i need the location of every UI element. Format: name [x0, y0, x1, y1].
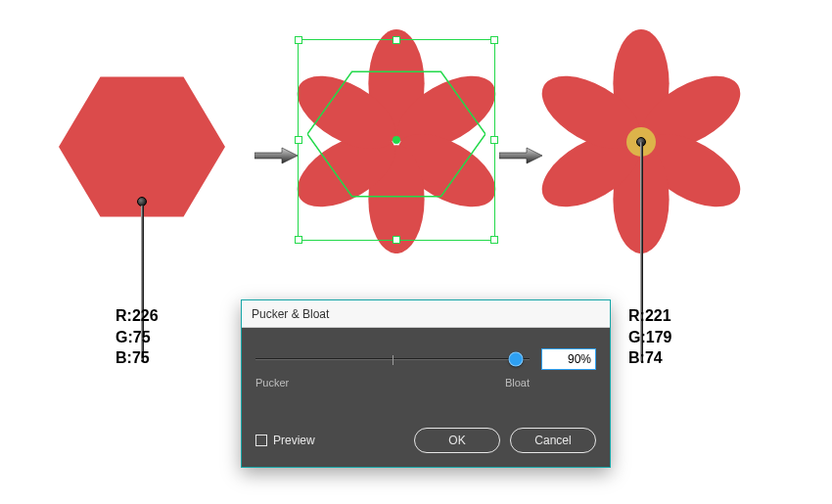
pucker-bloat-dialog[interactable]: Pucker & Bloat Pucker Bloat Preview OK C…	[241, 299, 611, 468]
arrow-icon	[499, 146, 542, 165]
rgb-g: G:75	[116, 327, 159, 348]
rgb-b: B:74	[628, 347, 671, 369]
selection-handle[interactable]	[490, 236, 498, 244]
preview-toggle[interactable]: Preview	[255, 434, 315, 447]
selection-handle[interactable]	[490, 136, 498, 144]
rgb-readout-left: R:226 G:75 B:75	[116, 305, 159, 369]
rgb-r: R:221	[628, 305, 671, 327]
hexagon-shape	[59, 64, 225, 230]
dialog-title[interactable]: Pucker & Bloat	[242, 300, 610, 328]
selection-handle[interactable]	[490, 36, 498, 44]
canvas	[0, 24, 832, 269]
dialog-body: Pucker Bloat Preview OK Cancel	[242, 328, 610, 467]
slider-thumb[interactable]	[509, 352, 524, 367]
rgb-g: G:179	[628, 327, 671, 348]
slider-tick	[393, 355, 393, 365]
amount-input[interactable]	[541, 348, 596, 370]
ok-button[interactable]: OK	[414, 428, 500, 453]
rgb-readout-right: R:221 G:179 B:74	[628, 305, 671, 369]
svg-marker-0	[59, 77, 225, 217]
rgb-b: B:75	[116, 347, 159, 369]
selection-handle[interactable]	[295, 236, 302, 244]
cancel-button[interactable]: Cancel	[510, 428, 596, 453]
rgb-r: R:226	[116, 305, 159, 327]
selection-handle[interactable]	[393, 236, 400, 244]
selection-center[interactable]	[393, 136, 400, 144]
selection-handle[interactable]	[295, 36, 302, 44]
arrow-icon	[254, 146, 298, 165]
pucker-label: Pucker	[255, 377, 289, 389]
flower-result	[538, 29, 744, 254]
selection-handle[interactable]	[295, 136, 302, 144]
bloat-label: Bloat	[505, 377, 530, 389]
amount-row	[255, 345, 596, 373]
slider-track[interactable]	[255, 358, 530, 360]
dialog-footer: Preview OK Cancel	[255, 428, 596, 453]
preview-label-text: Preview	[273, 434, 315, 447]
selection-handle[interactable]	[393, 36, 400, 44]
checkbox-icon[interactable]	[255, 435, 267, 446]
slider-labels: Pucker Bloat	[255, 377, 596, 389]
flower-selected[interactable]	[294, 29, 499, 254]
selection-bounds[interactable]	[298, 39, 495, 241]
